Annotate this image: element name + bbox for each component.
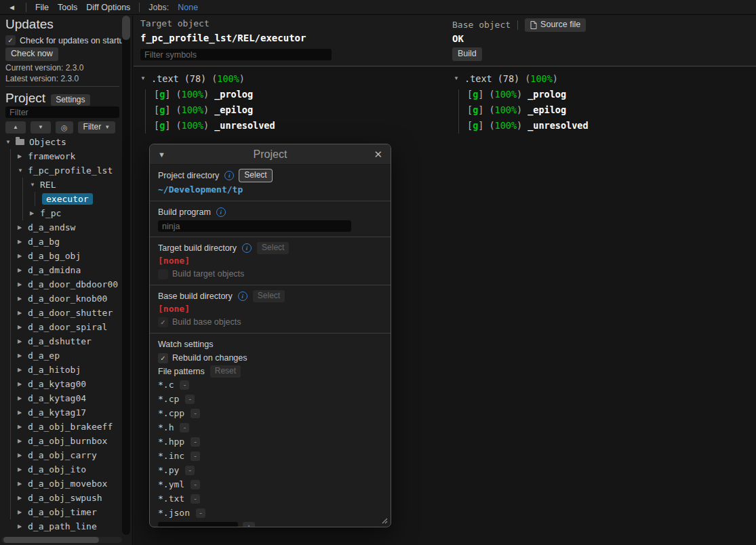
tree-item[interactable]: ▶ d_a_path_line — [0, 519, 123, 533]
tree-item[interactable]: ▶ d_a_obj_brakeeff — [0, 420, 123, 434]
symbol-row[interactable]: [g] (100%) _unresolved — [140, 117, 275, 133]
symbol-row[interactable]: [g] (100%) _prolog — [454, 86, 589, 102]
info-icon[interactable]: i — [224, 171, 234, 180]
locate-current-button[interactable]: ◎ — [56, 121, 73, 134]
tree-item[interactable]: ▶ framework — [0, 149, 123, 163]
tree-item[interactable]: ▶ d_a_obj_timer — [0, 505, 123, 519]
symbol-row[interactable]: [g] (100%) _prolog — [140, 86, 275, 102]
project-filter-input[interactable] — [5, 106, 119, 118]
tree-item[interactable]: ▶ d_a_door_knob00 — [0, 291, 123, 306]
select-project-directory-button[interactable]: Select — [239, 169, 271, 181]
pattern-row: *.yml - — [158, 477, 382, 491]
checkbox-checked[interactable]: ✓ — [158, 353, 168, 363]
select-target-build-directory-button[interactable]: Select — [257, 242, 289, 254]
pattern-value: *.h — [158, 422, 174, 432]
tree-item[interactable]: ▶ d_a_dshutter — [0, 334, 123, 348]
punct: ] — [478, 89, 483, 100]
tree-item-objects[interactable]: ▼ Objects — [0, 135, 123, 149]
tree-item-label: executor — [42, 193, 93, 205]
build-target-objects-label: Build target objects — [172, 269, 244, 279]
symbol-row[interactable]: [g] (100%) _epilog — [454, 102, 589, 117]
punct: [ — [154, 104, 159, 115]
tree-item[interactable]: ▶ d_a_door_spiral — [0, 320, 123, 334]
sidebar-vertical-scrollbar-thumb[interactable] — [122, 16, 130, 40]
symbol-row[interactable]: [g] (100%) _unresolved — [454, 117, 589, 133]
checkbox-checked[interactable]: ✓ — [5, 35, 16, 45]
sidebar-vertical-scrollbar-track[interactable] — [122, 16, 130, 535]
section-row-text[interactable]: ▼ .text (78) (100%) — [454, 70, 589, 86]
tree-item[interactable]: ▶ d_a_andsw — [0, 220, 123, 235]
source-file-button[interactable]: Source file — [525, 18, 586, 32]
remove-pattern-button[interactable]: - — [196, 508, 205, 518]
tree-item[interactable]: ▶ d_a_hitobj — [0, 363, 123, 377]
new-pattern-input[interactable] — [158, 522, 238, 527]
collapse-all-button[interactable]: ▲ — [5, 121, 26, 134]
tree-item[interactable]: ▶ f_pc — [0, 206, 123, 220]
collapse-icon[interactable]: ▼ — [158, 150, 174, 159]
tree-item-label: d_a_obj_ito — [28, 464, 86, 475]
filter-dropdown-button[interactable]: Filter ▼ — [78, 121, 116, 134]
tree-item[interactable]: ▶ d_a_obj_movebox — [0, 477, 123, 491]
add-pattern-button[interactable]: + — [243, 522, 255, 528]
expand-all-button[interactable]: ▼ — [31, 121, 51, 134]
remove-pattern-button[interactable]: - — [185, 466, 195, 475]
tree-item[interactable]: ▶ d_a_obj_swpush — [0, 491, 123, 505]
tree-item[interactable]: ▼ f_pc_profile_lst — [0, 163, 123, 178]
check-icon: ✓ — [7, 37, 13, 44]
object-tree: ▼ Objects ▶ framework ▼ f_pc_profile_lst… — [0, 135, 123, 536]
build-target-objects-row[interactable]: Build target objects — [158, 268, 382, 280]
tree-item[interactable]: ▶ d_a_bg — [0, 235, 123, 249]
reset-patterns-button[interactable]: Reset — [210, 365, 241, 377]
info-icon[interactable]: i — [242, 243, 252, 253]
collapse-sidebar-icon[interactable]: ◀ — [7, 4, 17, 11]
indent-guide — [22, 178, 23, 220]
checkbox-unchecked[interactable] — [158, 269, 168, 279]
menu-diff-options[interactable]: Diff Options — [86, 3, 130, 12]
tree-item[interactable]: ▶ d_a_kytag17 — [0, 405, 123, 420]
tree-item[interactable]: ▶ d_a_door_shutter — [0, 306, 123, 320]
tree-item[interactable]: ▶ d_a_ep — [0, 348, 123, 363]
resize-handle-icon[interactable] — [380, 517, 388, 524]
tree-item[interactable]: ▶ d_a_bg_obj — [0, 249, 123, 263]
sidebar-horizontal-scrollbar-thumb[interactable] — [3, 537, 99, 543]
tree-item[interactable]: ▶ d_a_door_dbdoor00 — [0, 277, 123, 291]
tree-item-selected[interactable]: executor — [0, 192, 123, 206]
remove-pattern-button[interactable]: - — [185, 395, 195, 404]
tree-item[interactable]: ▼ REL — [0, 178, 123, 192]
menu-file[interactable]: File — [35, 3, 49, 12]
menu-tools[interactable]: Tools — [58, 3, 77, 12]
checkbox-checked[interactable]: ✓ — [158, 317, 168, 327]
tree-item[interactable]: ▶ d_a_dmidna — [0, 263, 123, 277]
info-icon[interactable]: i — [238, 291, 247, 301]
check-now-button[interactable]: Check now — [5, 47, 58, 61]
tree-item-label: d_a_obj_swpush — [28, 493, 102, 503]
remove-pattern-button[interactable]: - — [191, 451, 200, 461]
symbol-row[interactable]: [g] (100%) _epilog — [140, 102, 275, 117]
tree-item[interactable]: ▶ d_a_kytag00 — [0, 377, 123, 391]
remove-pattern-button[interactable]: - — [191, 409, 200, 418]
remove-pattern-button[interactable]: - — [191, 480, 200, 489]
rebuild-on-changes-row[interactable]: ✓ Rebuild on changes — [158, 352, 382, 364]
build-button[interactable]: Build — [452, 47, 482, 61]
tree-item-label: d_a_dshutter — [28, 336, 92, 346]
menubar-divider — [26, 3, 26, 12]
info-icon[interactable]: i — [216, 207, 226, 217]
check-updates-startup-row[interactable]: ✓ Check for updates on startup — [5, 35, 129, 45]
project-settings-button[interactable]: Settings — [51, 94, 89, 106]
tree-item[interactable]: ▶ d_a_obj_carry — [0, 448, 123, 462]
dialog-titlebar[interactable]: ▼ Project ✕ — [150, 144, 391, 165]
tree-item[interactable]: ▶ d_a_kytag04 — [0, 391, 123, 405]
jobs-none-link[interactable]: None — [178, 3, 198, 12]
select-base-build-directory-button[interactable]: Select — [253, 290, 285, 302]
remove-pattern-button[interactable]: - — [180, 423, 189, 432]
section-row-text[interactable]: ▼ .text (78) (100%) — [140, 70, 275, 86]
tree-item[interactable]: ▶ d_a_obj_burnbox — [0, 434, 123, 448]
remove-pattern-button[interactable]: - — [191, 437, 200, 447]
build-program-input[interactable] — [158, 220, 351, 232]
close-icon[interactable]: ✕ — [366, 148, 382, 161]
filter-symbols-input[interactable] — [140, 49, 332, 60]
remove-pattern-button[interactable]: - — [191, 494, 200, 504]
tree-item[interactable]: ▶ d_a_obj_ito — [0, 462, 123, 477]
build-base-objects-row[interactable]: ✓ Build base objects — [158, 316, 382, 328]
remove-pattern-button[interactable]: - — [180, 380, 189, 390]
